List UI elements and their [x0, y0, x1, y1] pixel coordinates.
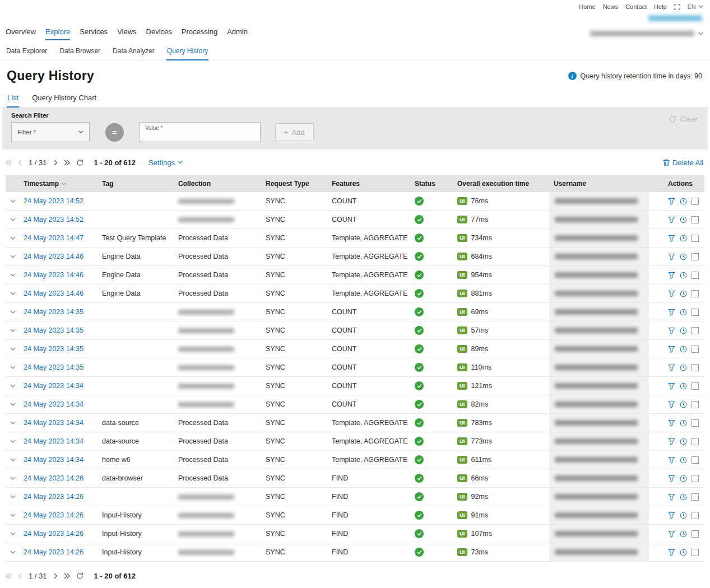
filter-icon[interactable] [668, 456, 675, 464]
clock-icon[interactable] [680, 549, 687, 556]
row-checkbox[interactable] [692, 272, 699, 279]
row-checkbox[interactable] [692, 216, 699, 223]
row-checkbox[interactable] [692, 530, 699, 538]
filter-icon[interactable] [668, 401, 675, 408]
row-expand-chevron-down-icon[interactable] [10, 292, 16, 295]
row-checkbox[interactable] [692, 456, 699, 464]
last-page-button[interactable] [64, 160, 70, 166]
filter-icon[interactable] [668, 235, 675, 242]
clock-icon[interactable] [680, 216, 687, 223]
clear-filters-button[interactable]: Clear [669, 115, 698, 123]
row-checkbox[interactable] [692, 327, 699, 334]
clock-icon[interactable] [680, 272, 687, 279]
subnav-data-explorer[interactable]: Data Explorer [6, 42, 48, 60]
filter-icon[interactable] [668, 327, 675, 334]
clock-icon[interactable] [680, 493, 687, 501]
row-expand-chevron-down-icon[interactable] [10, 218, 16, 221]
row-expand-chevron-down-icon[interactable] [10, 199, 16, 203]
next-page-button[interactable] [54, 573, 58, 579]
timestamp-link[interactable]: 24 May 2023 14:34 [24, 437, 83, 445]
row-expand-chevron-down-icon[interactable] [10, 440, 16, 443]
row-expand-chevron-down-icon[interactable] [10, 477, 16, 480]
clock-icon[interactable] [680, 235, 687, 242]
timestamp-link[interactable]: 24 May 2023 14:35 [24, 363, 83, 371]
filter-icon[interactable] [668, 253, 675, 260]
row-checkbox[interactable] [692, 512, 699, 519]
clock-icon[interactable] [680, 419, 687, 427]
clock-icon[interactable] [680, 456, 687, 464]
row-expand-chevron-down-icon[interactable] [10, 255, 16, 258]
filter-icon[interactable] [668, 475, 675, 482]
row-expand-chevron-down-icon[interactable] [10, 347, 16, 351]
row-checkbox[interactable] [692, 290, 699, 297]
filter-icon[interactable] [668, 364, 675, 371]
filter-icon[interactable] [668, 346, 675, 353]
clock-icon[interactable] [680, 290, 687, 297]
nav-item-services[interactable]: Services [80, 25, 108, 40]
nav-item-views[interactable]: Views [117, 25, 136, 40]
timestamp-link[interactable]: 24 May 2023 14:34 [24, 382, 83, 390]
clock-icon[interactable] [680, 364, 687, 371]
row-expand-chevron-down-icon[interactable] [10, 421, 16, 424]
operator-button[interactable]: = [105, 123, 124, 142]
row-checkbox[interactable] [692, 401, 699, 408]
tenant-selector[interactable] [590, 31, 703, 40]
row-expand-chevron-down-icon[interactable] [10, 403, 16, 406]
clock-icon[interactable] [680, 253, 687, 260]
nav-item-processing[interactable]: Processing [182, 25, 217, 40]
clock-icon[interactable] [680, 327, 687, 334]
row-checkbox[interactable] [692, 493, 699, 501]
timestamp-link[interactable]: 24 May 2023 14:26 [24, 511, 83, 519]
row-checkbox[interactable] [692, 346, 699, 353]
add-filter-button[interactable]: + Add [275, 123, 314, 141]
row-checkbox[interactable] [692, 198, 699, 205]
subnav-data-analyzer[interactable]: Data Analyzer [112, 42, 155, 60]
timestamp-link[interactable]: 24 May 2023 14:35 [24, 308, 83, 316]
nav-item-devices[interactable]: Devices [146, 25, 172, 40]
filter-icon[interactable] [668, 198, 675, 205]
row-expand-chevron-down-icon[interactable] [10, 550, 16, 554]
timestamp-link[interactable]: 24 May 2023 14:52 [24, 216, 83, 223]
timestamp-link[interactable]: 24 May 2023 14:34 [24, 456, 83, 464]
row-checkbox[interactable] [692, 253, 699, 260]
fullscreen-icon[interactable] [674, 4, 680, 10]
current-user-redacted[interactable] [648, 15, 702, 21]
nav-item-overview[interactable]: Overview [6, 25, 36, 40]
refresh-button[interactable] [76, 572, 83, 580]
timestamp-link[interactable]: 24 May 2023 14:34 [24, 419, 83, 427]
contact-link[interactable]: Contact [625, 3, 647, 10]
timestamp-link[interactable]: 24 May 2023 14:46 [24, 271, 83, 279]
filter-icon[interactable] [668, 419, 675, 427]
prev-page-button[interactable] [18, 573, 22, 579]
timestamp-link[interactable]: 24 May 2023 14:26 [24, 548, 83, 556]
row-checkbox[interactable] [692, 235, 699, 242]
filter-icon[interactable] [668, 512, 675, 519]
timestamp-link[interactable]: 24 May 2023 14:46 [24, 253, 83, 260]
row-checkbox[interactable] [692, 309, 699, 316]
filter-icon[interactable] [668, 309, 675, 316]
timestamp-link[interactable]: 24 May 2023 14:35 [24, 326, 83, 334]
filter-icon[interactable] [668, 382, 675, 390]
timestamp-link[interactable]: 24 May 2023 14:47 [24, 234, 83, 242]
refresh-button[interactable] [76, 159, 83, 166]
row-checkbox[interactable] [692, 438, 699, 445]
nav-item-admin[interactable]: Admin [227, 25, 248, 40]
clock-icon[interactable] [680, 438, 687, 445]
clock-icon[interactable] [680, 530, 687, 538]
nav-item-explore[interactable]: Explore [45, 25, 70, 40]
filter-value-input[interactable] [145, 132, 256, 141]
first-page-button[interactable] [6, 160, 12, 166]
timestamp-link[interactable]: 24 May 2023 14:46 [24, 290, 83, 297]
home-link[interactable]: Home [579, 3, 595, 10]
clock-icon[interactable] [680, 475, 687, 482]
clock-icon[interactable] [680, 346, 687, 353]
settings-button[interactable]: Settings [149, 158, 183, 167]
row-expand-chevron-down-icon[interactable] [10, 236, 16, 240]
row-checkbox[interactable] [692, 419, 699, 427]
clock-icon[interactable] [680, 512, 687, 519]
row-expand-chevron-down-icon[interactable] [10, 514, 16, 517]
subnav-data-browser[interactable]: Data Browser [59, 42, 101, 60]
filter-icon[interactable] [668, 530, 675, 538]
filter-field-select[interactable]: Filter * [11, 122, 90, 142]
clock-icon[interactable] [680, 198, 687, 205]
